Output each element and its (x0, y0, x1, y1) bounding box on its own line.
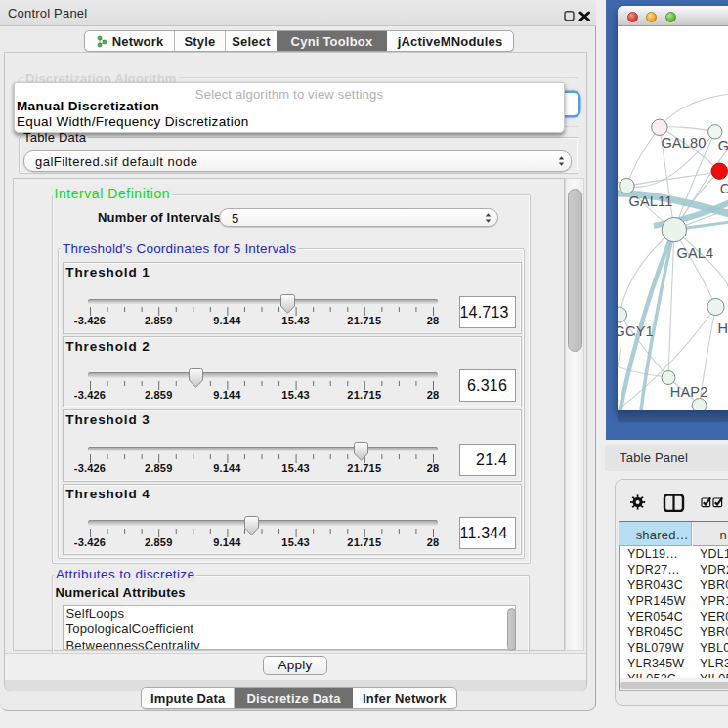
svg-text:GA: GA (718, 138, 728, 153)
svg-text:H: H (718, 321, 728, 336)
svg-text:GAL11: GAL11 (629, 193, 673, 209)
svg-text:GAL4: GAL4 (677, 245, 714, 261)
svg-text:C: C (720, 181, 728, 196)
svg-text:GCY1: GCY1 (618, 323, 654, 339)
svg-text:GAL80: GAL80 (661, 135, 706, 150)
svg-text:HAP2: HAP2 (670, 384, 708, 400)
